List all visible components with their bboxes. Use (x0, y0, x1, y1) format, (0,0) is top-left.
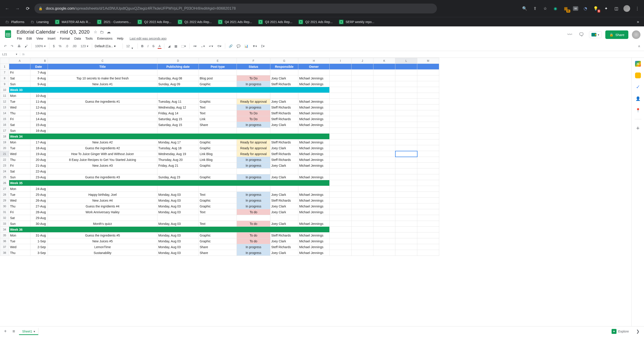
cell[interactable]: Thu (9, 157, 30, 163)
valign-button[interactable]: ⌄▾ (199, 43, 206, 49)
cell[interactable] (48, 122, 158, 128)
cell[interactable] (417, 93, 439, 99)
cell[interactable] (352, 157, 374, 163)
cell[interactable] (374, 221, 395, 227)
get-addons-icon[interactable]: + (635, 125, 641, 131)
cell[interactable]: Steff Richards (270, 244, 298, 250)
bookmark-item[interactable]: Q3 2021 Ads Rep... (256, 18, 295, 26)
extension-bulb-icon[interactable]: 💡6 (592, 5, 599, 12)
cell[interactable] (330, 151, 352, 157)
cell[interactable]: Wed (9, 151, 30, 157)
row-header[interactable]: 1 (0, 64, 9, 70)
row-header[interactable]: 29 (0, 198, 9, 203)
cell[interactable]: 8 Easy Juice Recipes to Get You Started … (48, 157, 158, 163)
cell[interactable] (48, 70, 158, 75)
cell[interactable]: New Juices #1 (48, 81, 158, 87)
row-header[interactable]: 7 (0, 70, 9, 75)
bookmark-item[interactable]: 🗀Platforms (3, 19, 27, 25)
menu-edit[interactable]: Edit (25, 36, 34, 41)
cell[interactable] (48, 169, 158, 174)
cell[interactable] (330, 87, 352, 93)
cell[interactable]: Mon (9, 139, 30, 145)
cell[interactable]: Michael Jennings (298, 151, 330, 157)
rotate-button[interactable]: ⟲▾ (215, 43, 223, 49)
bookmarks-overflow[interactable]: » (634, 20, 641, 24)
cell[interactable] (374, 110, 395, 116)
cell[interactable] (417, 209, 439, 215)
hide-sidepanel-button[interactable]: ❯ (634, 329, 642, 334)
cell[interactable]: Wed (9, 105, 30, 110)
cell[interactable]: Graphic (199, 198, 237, 203)
cell[interactable] (395, 169, 417, 174)
cell[interactable] (395, 198, 417, 203)
cell[interactable]: Joey Clark (270, 221, 298, 227)
cell[interactable]: In progress (237, 163, 270, 169)
row-header[interactable]: 24 (0, 169, 9, 174)
cell[interactable] (374, 87, 395, 93)
cell[interactable]: Ready for approval (237, 99, 270, 105)
cell[interactable] (199, 128, 237, 134)
bookmark-item[interactable]: Q1 2022 Ads Rep... (175, 18, 214, 26)
cell[interactable]: Michael Jennings (298, 110, 330, 116)
strike-button[interactable]: S (151, 43, 156, 49)
more-formats-button[interactable]: 123▾ (79, 43, 90, 49)
spreadsheet-grid[interactable]: ABCDEFGHIJKLM 1DateTitlePublishing dateP… (0, 58, 632, 326)
tasks-addon-icon[interactable]: ✓ (635, 84, 641, 90)
explore-button[interactable]: ✦Explore (609, 327, 632, 335)
cell[interactable] (417, 244, 439, 250)
cell[interactable] (417, 227, 439, 232)
cell[interactable] (330, 139, 352, 145)
cell[interactable] (374, 70, 395, 75)
cell[interactable] (352, 116, 374, 122)
cell[interactable] (417, 180, 439, 186)
cell[interactable] (395, 93, 417, 99)
cell[interactable] (158, 169, 199, 174)
cell[interactable]: Text (199, 209, 237, 215)
cell[interactable]: 18-Aug (30, 145, 48, 151)
cell[interactable] (374, 139, 395, 145)
cell[interactable] (330, 110, 352, 116)
redo-button[interactable]: ↷ (9, 43, 15, 49)
cell[interactable] (374, 192, 395, 198)
cell[interactable]: Steff Richards (270, 232, 298, 238)
cell[interactable] (237, 169, 270, 174)
cell[interactable]: Friday, Aug 14 (158, 110, 199, 116)
cell[interactable]: In progress (237, 122, 270, 128)
paint-format-button[interactable]: 🖌 (23, 43, 30, 49)
cell[interactable] (352, 70, 374, 75)
cell[interactable] (395, 221, 417, 227)
account-avatar[interactable] (632, 31, 640, 39)
extension-badge-icon[interactable]: ▦95 (562, 5, 569, 12)
cell[interactable]: 13-Aug (30, 110, 48, 116)
cell[interactable]: Fri (9, 70, 30, 75)
cell[interactable]: In progress (237, 198, 270, 203)
cell[interactable]: Ready for approval (237, 139, 270, 145)
cell[interactable]: Saturday, Aug 08 (158, 75, 199, 81)
borders-button[interactable]: ▦ (173, 43, 179, 49)
cell[interactable]: Share (199, 250, 237, 256)
bookmark-item[interactable]: Q2 2021 Ads Rep... (296, 18, 335, 26)
row-header[interactable]: 37 (0, 244, 9, 250)
cell[interactable] (374, 105, 395, 110)
cell[interactable] (158, 93, 199, 99)
cell[interactable] (270, 186, 298, 192)
cell[interactable]: Sunday, Aug 09 (158, 81, 199, 87)
cell[interactable]: Sun (9, 81, 30, 87)
cell[interactable] (374, 99, 395, 105)
cell[interactable] (352, 221, 374, 227)
name-box[interactable]: L21▼ (0, 53, 20, 56)
cell[interactable] (374, 145, 395, 151)
cell[interactable]: Ready for approval (237, 145, 270, 151)
cell[interactable] (330, 157, 352, 163)
cell[interactable]: Sat (9, 122, 30, 128)
cell[interactable] (48, 93, 158, 99)
cell[interactable] (352, 203, 374, 209)
column-header[interactable]: F (237, 58, 270, 64)
back-button[interactable]: ← (4, 5, 11, 12)
cell[interactable]: Michael Jennings (298, 157, 330, 163)
cell[interactable]: 28-Aug (30, 209, 48, 215)
row-header[interactable]: 36 (0, 238, 9, 244)
cell[interactable] (374, 227, 395, 232)
cell[interactable]: Text (199, 110, 237, 116)
halign-button[interactable]: ≡▾ (192, 43, 198, 49)
